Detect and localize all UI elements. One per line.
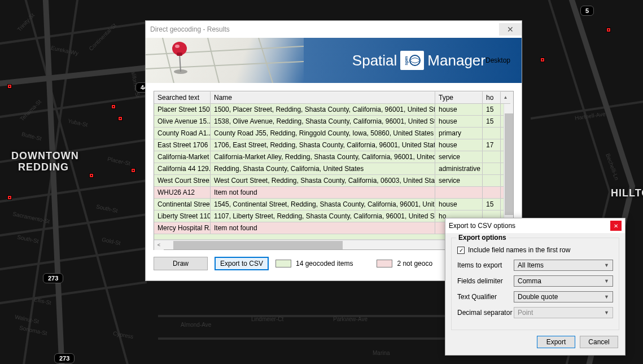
cell-name: 1538, Olive Avenue, Redding, Shasta Coun…: [211, 116, 435, 127]
cell-searched-text: California 44 129...: [154, 163, 211, 174]
select-value: All Items: [518, 261, 544, 269]
cell-name: California-Market Alley, Redding, Shasta…: [211, 151, 435, 163]
cell-searched-text: Mercy Hospital R...: [154, 222, 211, 234]
cell-type: service: [435, 175, 483, 186]
chevron-down-icon: ▼: [604, 262, 609, 268]
export-csv-options-dialog: Export to CSV options ✕ Export options ✓…: [445, 218, 625, 356]
h-scroll-thumb[interactable]: [173, 241, 343, 249]
cell-name: Item not found: [211, 222, 435, 234]
table-row[interactable]: Placer Street 150...1500, Placer Street,…: [154, 104, 513, 116]
legend-ok-swatch: [275, 260, 291, 267]
export-options-group: Export options ✓ Include field names in …: [451, 238, 619, 330]
close-button[interactable]: ✕: [610, 221, 622, 231]
cell-name: County Road J55, Redding, Ringgold Count…: [211, 128, 435, 139]
cell-name: 1500, Placer Street, Redding, Shasta Cou…: [211, 104, 435, 115]
cell-searched-text: Placer Street 150...: [154, 104, 211, 115]
col-searched-text[interactable]: Searched text: [154, 91, 211, 104]
export-csv-button[interactable]: Export to CSV: [215, 257, 269, 270]
cell-name: Redding, Shasta County, California, Unit…: [211, 163, 435, 174]
cell-searched-text: Liberty Street 110...: [154, 210, 211, 222]
cell-searched-text: Continental Stree...: [154, 199, 211, 210]
scroll-thumb[interactable]: [505, 113, 513, 215]
scroll-left-button[interactable]: <: [154, 240, 164, 250]
map-marker-icon: [541, 58, 544, 62]
cell-type: [435, 187, 483, 198]
brand-subtitle: Desktop: [485, 56, 510, 64]
brand-logo-icon: spm: [400, 51, 424, 70]
cell-searched-text: WHU26 A12: [154, 187, 211, 198]
cell-house: [483, 128, 501, 139]
cell-house: [483, 175, 501, 186]
map-marker-icon: [8, 85, 11, 88]
map-marker-icon: [112, 105, 115, 108]
select-value: Comma: [518, 277, 541, 285]
map-marker-icon: [90, 174, 93, 177]
cell-searched-text: East Street 1706 ...: [154, 139, 211, 151]
checkbox-label: Include field names in the first row: [468, 246, 570, 254]
fields-delimiter-select[interactable]: Comma ▼: [514, 275, 613, 287]
cell-name: West Court Street, Redding, Shasta Count…: [211, 175, 435, 186]
map-marker-icon: [119, 117, 122, 120]
include-field-names-checkbox[interactable]: ✓: [457, 247, 465, 254]
table-row[interactable]: Olive Avenue 15...1538, Olive Avenue, Re…: [154, 116, 513, 128]
cell-searched-text: County Road A1...: [154, 128, 211, 139]
text-qualifier-select[interactable]: Double quote ▼: [514, 291, 613, 302]
cell-house: [483, 163, 501, 174]
brand-text-2: Manager: [427, 52, 485, 69]
text-qualifier-label: Text Qualifier: [457, 293, 514, 301]
table-row[interactable]: County Road A1...County Road J55, Reddin…: [154, 128, 513, 139]
items-to-export-select[interactable]: All Items ▼: [514, 260, 613, 271]
close-button[interactable]: ✕: [499, 23, 522, 36]
cell-searched-text: California-Market ...: [154, 151, 211, 163]
group-title: Export options: [456, 234, 509, 242]
decimal-separator-select[interactable]: Point ▼: [514, 307, 613, 318]
table-row[interactable]: California-Market ...California-Market A…: [154, 151, 513, 163]
table-row[interactable]: East Street 1706 ...1706, East Street, R…: [154, 139, 513, 151]
col-house[interactable]: ho: [483, 91, 501, 104]
cell-house: 15: [483, 199, 501, 210]
draw-button[interactable]: Draw: [154, 257, 208, 270]
map-marker-icon: [132, 169, 135, 172]
cell-type: service: [435, 151, 483, 163]
cell-searched-text: Olive Avenue 15...: [154, 116, 211, 127]
legend-err-swatch: [377, 260, 392, 267]
table-row[interactable]: Continental Stree...1545, Continental St…: [154, 199, 513, 210]
col-name[interactable]: Name: [211, 91, 435, 104]
svg-point-3: [175, 45, 180, 48]
sub-title-bar: Export to CSV options ✕: [445, 218, 625, 233]
select-value: Point: [518, 309, 533, 317]
cell-name: 1107, Liberty Street, Redding, Shasta Co…: [211, 210, 435, 222]
grid-header: Searched text Name Type ho ▲: [154, 91, 513, 104]
export-button[interactable]: Export: [537, 336, 575, 348]
chevron-down-icon: ▼: [604, 294, 609, 300]
scroll-up-button[interactable]: ▲: [501, 91, 510, 104]
cell-name: 1545, Continental Street, Redding, Shast…: [211, 199, 435, 210]
window-title: Direct geocoding - Results: [150, 25, 230, 33]
brand-logo-text: spm: [404, 56, 409, 65]
cell-house: 15: [483, 116, 501, 127]
cell-name: 1706, East Street, Redding, Shasta Count…: [211, 139, 435, 151]
items-to-export-label: Items to export: [457, 261, 514, 269]
cell-name: Item not found: [211, 187, 435, 198]
table-row[interactable]: California 44 129...Redding, Shasta Coun…: [154, 163, 513, 175]
table-row[interactable]: WHU26 A12Item not found: [154, 187, 513, 199]
cell-type: administrative: [435, 163, 483, 174]
cell-type: primary: [435, 128, 483, 139]
map-marker-icon: [607, 28, 610, 32]
col-type[interactable]: Type: [435, 91, 483, 104]
sub-window-title: Export to CSV options: [449, 222, 515, 230]
cancel-button[interactable]: Cancel: [580, 336, 618, 348]
decimal-separator-label: Decimal separator: [457, 309, 514, 317]
close-icon: ✕: [614, 223, 618, 229]
pushpin-icon: [168, 40, 191, 75]
chevron-down-icon: ▼: [604, 278, 609, 284]
legend-err-label: 2 not geoco: [397, 260, 432, 267]
table-row[interactable]: West Court Stree...West Court Street, Re…: [154, 175, 513, 187]
banner: Spatial spm Manager Desktop: [146, 38, 522, 83]
chevron-down-icon: ▼: [604, 310, 609, 315]
cell-house: 15: [483, 104, 501, 115]
brand-text-1: Spatial: [352, 52, 397, 69]
brand: Spatial spm Manager: [352, 51, 485, 70]
select-value: Double quote: [518, 293, 558, 301]
svg-rect-4: [177, 52, 182, 56]
